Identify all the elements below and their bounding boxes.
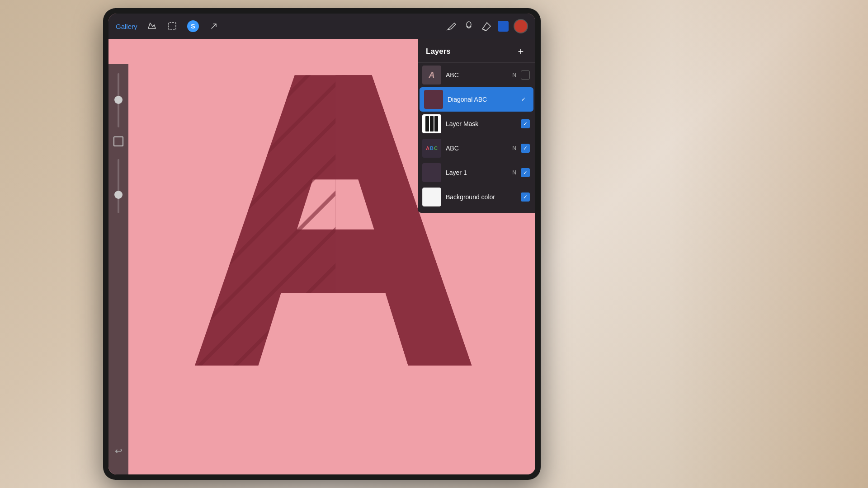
layer-row-background[interactable]: Background color [418, 185, 535, 209]
layer-thumb-diagonal-abc [424, 90, 443, 109]
mask-stripe-3 [434, 116, 438, 131]
toolbar-left: Gallery S [116, 19, 221, 33]
layer-name-abc-colored: ABC [446, 145, 508, 152]
layers-header: Layers + [418, 39, 535, 63]
undo-icon: ↩ [115, 446, 123, 456]
layer-visibility-mask[interactable] [521, 119, 530, 128]
brush-size-track [118, 73, 119, 127]
layer-thumb-abc-colored: A B C [422, 139, 441, 158]
brush-size-thumb [114, 96, 123, 104]
layer-visibility-layer1[interactable] [521, 168, 530, 177]
toolbar: Gallery S [108, 14, 535, 39]
layer-name-diagonal-abc: Diagonal ABC [448, 96, 514, 103]
layer-thumb-background [422, 188, 441, 206]
layer-visibility-diagonal-abc[interactable] [519, 95, 528, 104]
layer-row-abc-top[interactable]: A ABC N [418, 63, 535, 87]
gallery-button[interactable]: Gallery [116, 23, 137, 30]
layer-mode-abc-top: N [512, 72, 516, 78]
layers-panel: Layers + A ABC N Diagonal ABC [418, 39, 535, 213]
layer-thumb-layer1 [422, 163, 441, 182]
svg-point-3 [467, 22, 471, 27]
eraser-tool[interactable] [479, 19, 493, 33]
transform-tool[interactable]: S [186, 19, 200, 33]
opacity-slider[interactable] [118, 159, 119, 213]
smudge-tool[interactable] [462, 19, 476, 33]
toolbar-right [445, 19, 528, 33]
abc-a-letter: A [426, 145, 429, 151]
layer-mode-layer1: N [512, 169, 516, 176]
svg-text:S: S [191, 23, 195, 30]
svg-rect-4 [498, 21, 509, 32]
tablet-device: Gallery S [103, 8, 541, 480]
add-layer-button[interactable]: + [514, 45, 527, 58]
arrow-tool[interactable] [207, 19, 221, 33]
layer-name-mask: Layer Mask [446, 120, 516, 127]
brush-size-slider[interactable] [118, 73, 119, 127]
layers-title: Layers [426, 47, 451, 56]
layer-thumb-abc-top: A [422, 66, 441, 84]
abc-c-letter: C [434, 145, 438, 151]
mask-stripe-2 [430, 116, 434, 131]
modify-tool[interactable] [145, 19, 158, 33]
svg-rect-0 [169, 23, 176, 30]
layer-row-layer1[interactable]: Layer 1 N [418, 160, 535, 185]
layer-visibility-background[interactable] [521, 192, 530, 202]
layer-name-layer1: Layer 1 [446, 169, 508, 176]
layer-row-diagonal-abc[interactable]: Diagonal ABC [420, 87, 533, 112]
layer-mode-abc-colored: N [512, 145, 516, 151]
brush-tool[interactable] [445, 19, 458, 33]
layer-row-mask[interactable]: Layer Mask [418, 112, 535, 136]
sidebar-left: ↩ [108, 64, 128, 474]
mask-stripe-1 [425, 116, 429, 131]
selection-tool[interactable] [165, 19, 179, 33]
tablet-screen: Gallery S [108, 14, 535, 474]
color-layers-button[interactable] [496, 19, 510, 33]
layer-visibility-abc-top[interactable] [521, 70, 530, 80]
opacity-thumb [114, 191, 123, 199]
opacity-track [118, 159, 119, 213]
active-color-swatch[interactable] [514, 19, 528, 33]
layer-row-abc-colored[interactable]: A B C ABC N [418, 136, 535, 160]
layer-name-background: Background color [446, 193, 516, 201]
abc-b-letter: B [430, 145, 434, 151]
layer-thumb-mask [422, 114, 441, 133]
transform-handle[interactable] [113, 136, 123, 146]
undo-button[interactable]: ↩ [115, 446, 123, 456]
layer-visibility-abc-colored[interactable] [521, 144, 530, 153]
layer-name-abc-top: ABC [446, 71, 508, 79]
